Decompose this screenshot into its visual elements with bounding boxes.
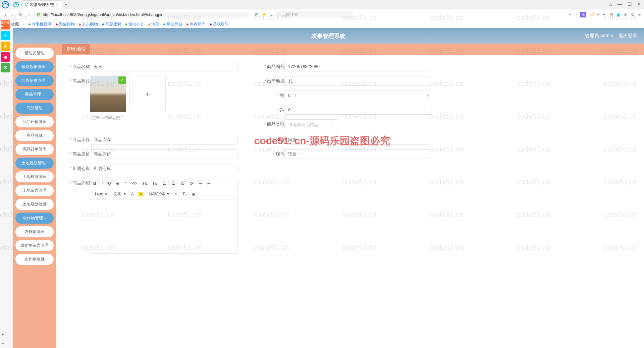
user-label[interactable]: 管理员 admin	[585, 33, 613, 39]
bookmark-item[interactable]: 京东购物	[79, 21, 98, 27]
content-tab-addedit[interactable]: 新增 编辑	[62, 44, 90, 54]
browser-search[interactable]: ⌕ 点此搜索	[276, 11, 353, 18]
input-clear-icon[interactable]: ⊘	[425, 93, 429, 98]
editor-fontsize-select[interactable]: 14px ▾	[92, 191, 108, 197]
window-maximize-icon[interactable]: ☐	[628, 1, 632, 7]
sidebar-item-product-fav[interactable]: 商品收藏	[15, 130, 54, 141]
bookmark-item[interactable]: 淘宝	[148, 21, 159, 27]
dock-mail-icon[interactable]: ✉	[1, 63, 10, 72]
dock-plus-icon[interactable]: +	[1, 31, 10, 40]
translate-icon[interactable]: 译	[580, 12, 586, 17]
sidebar-group-basedata[interactable]: 基础数据管理›	[15, 61, 54, 72]
dock-add-icon[interactable]: +	[1, 332, 4, 337]
favorites-label[interactable]: 收藏	[11, 21, 19, 27]
ext-dropdown-icon[interactable]: ▾	[597, 13, 599, 16]
input-product-id[interactable]	[284, 62, 432, 71]
bookmark-item[interactable]: 轻松办公	[125, 21, 144, 27]
sidebar-item-land-plan[interactable]: 土地规划管理	[15, 171, 54, 182]
input-price[interactable]	[284, 149, 432, 159]
editor-italic-icon[interactable]: I	[101, 180, 104, 186]
editor-outdent-icon[interactable]: ⇤	[206, 180, 212, 186]
nav-forward-icon[interactable]: ›	[10, 11, 14, 18]
sidebar-group-crop[interactable]: 农作物管理⌄	[15, 213, 54, 224]
sidebar-group-product[interactable]: 商品管理⌄	[15, 89, 54, 100]
editor-h1-icon[interactable]: H₁	[142, 180, 149, 186]
bookmark-item[interactable]: 游戏娱乐	[210, 21, 229, 27]
input-stock[interactable]	[90, 135, 237, 144]
puzzle-icon[interactable]: ✦	[602, 12, 606, 17]
window-pin-icon[interactable]: ⌂	[609, 1, 612, 7]
input-zan[interactable]	[284, 91, 432, 100]
sidebar-group-notice[interactable]: 公告信息管理›	[15, 75, 54, 86]
new-tab-button[interactable]: +	[62, 2, 70, 7]
window-minimize-icon[interactable]: —	[618, 1, 622, 7]
editor-ul-icon[interactable]: ☰	[171, 180, 176, 186]
editor-indent-icon[interactable]: ⇥	[198, 180, 203, 186]
bookmark-item[interactable]: 百度搜索	[102, 21, 121, 27]
sidebar-item-admin[interactable]: 管理员管理	[15, 48, 54, 59]
sidebar-item-crop-fav[interactable]: 农作物收藏	[15, 254, 54, 265]
nav-back-icon[interactable]: ‹	[3, 11, 7, 18]
editor-strike-icon[interactable]: S	[115, 180, 120, 186]
editor-h2-icon[interactable]: H₂	[152, 180, 159, 186]
dropdown-icon[interactable]: ⌄	[269, 12, 273, 17]
qr-icon[interactable]: ⊞	[255, 12, 259, 17]
url-bar[interactable]: ⛨ http://localhost:8080/nongshiguanli/ad…	[34, 12, 249, 18]
sidebar-item-land-fav[interactable]: 土地规划收藏	[15, 199, 54, 210]
globe-icon[interactable]: ◉	[616, 12, 620, 17]
editor-fontcolor-icon[interactable]: A	[130, 191, 135, 197]
dock-star-icon[interactable]: ★	[1, 42, 10, 51]
sidebar-item-product-mgmt[interactable]: 商品管理	[15, 103, 54, 114]
select-product-type[interactable]: 请选择商品类型 ⌄	[284, 119, 338, 130]
input-product-name[interactable]	[90, 62, 237, 71]
editor-align-icon[interactable]: ≡	[173, 191, 178, 197]
sidebar-item-crop-msg[interactable]: 农作物留言管理	[15, 240, 54, 251]
bookmark-item[interactable]: 老毛桃官网	[29, 21, 52, 27]
lightning-icon[interactable]: ⚡	[261, 12, 267, 17]
sidebar-item-product-review[interactable]: 商品评价管理	[15, 116, 54, 127]
browser-tab[interactable]: V 农事管理系统 ×	[21, 0, 62, 9]
nav-home-icon[interactable]: ⌂	[26, 11, 32, 18]
logout-link[interactable]: 退出登录	[619, 33, 637, 39]
scissors-icon[interactable]: ✂	[569, 12, 572, 17]
editor-texttype-select[interactable]: 文本 ▾	[111, 190, 126, 197]
editor-clear-icon[interactable]: Tₓ	[181, 191, 187, 197]
sidebar-group-land[interactable]: 土地规划管理›	[15, 158, 54, 169]
refresh2-icon[interactable]: ↻	[631, 12, 635, 17]
editor-bold-icon[interactable]: B	[92, 180, 97, 186]
editor-sup-icon[interactable]: x²	[189, 180, 194, 186]
editor-quote-icon[interactable]: ❝	[123, 180, 127, 186]
input-threshold[interactable]	[284, 135, 432, 144]
bookmark-item[interactable]: 天猫购物	[56, 21, 75, 27]
input-warehouse[interactable]	[90, 164, 237, 173]
editor-code-icon[interactable]: </>	[131, 180, 139, 186]
editor-sub-icon[interactable]: x₂	[180, 180, 185, 186]
grid-icon[interactable]: ⊞	[609, 12, 613, 17]
sun-icon[interactable]: ☀	[624, 12, 628, 17]
dock-list-icon[interactable]: ≡	[1, 340, 4, 345]
input-cai[interactable]	[284, 105, 432, 115]
window-close-icon[interactable]: ✕	[637, 1, 641, 7]
dock-login-icon[interactable]: 登录账号	[1, 20, 10, 30]
editor-underline-icon[interactable]: U	[107, 180, 112, 186]
bookmark-item[interactable]: 热点新闻	[186, 21, 206, 27]
sidebar-item-crop-mgmt[interactable]: 农作物管理	[15, 226, 54, 237]
input-origin[interactable]	[284, 76, 432, 86]
ext-shield-icon[interactable]: 🛡	[590, 12, 594, 17]
search-placeholder: 点此搜索	[282, 12, 298, 17]
bookmark-item[interactable]: 网址导航	[163, 21, 182, 27]
sidebar-item-product-order[interactable]: 商品订单管理	[15, 144, 54, 155]
upload-thumbnail[interactable]: ✓	[90, 76, 126, 112]
editor-content[interactable]	[90, 200, 237, 253]
dock-eye-icon[interactable]: ◉	[1, 52, 10, 62]
editor-ol-icon[interactable]: ☰	[162, 180, 167, 186]
nav-reload-icon[interactable]: ⟳	[17, 11, 23, 18]
editor-image-icon[interactable]: ▣	[191, 191, 196, 197]
editor-fontfamily-select[interactable]: 标准字体 ▾	[147, 190, 170, 197]
tab-close-icon[interactable]: ×	[56, 2, 58, 7]
editor-bgcolor-icon[interactable]: A	[138, 192, 144, 196]
input-origprice[interactable]	[90, 149, 237, 159]
menu-icon[interactable]: ≡	[638, 12, 641, 17]
upload-add-button[interactable]: +	[129, 76, 166, 112]
sidebar-item-land-msg[interactable]: 土地留言管理	[15, 185, 54, 196]
